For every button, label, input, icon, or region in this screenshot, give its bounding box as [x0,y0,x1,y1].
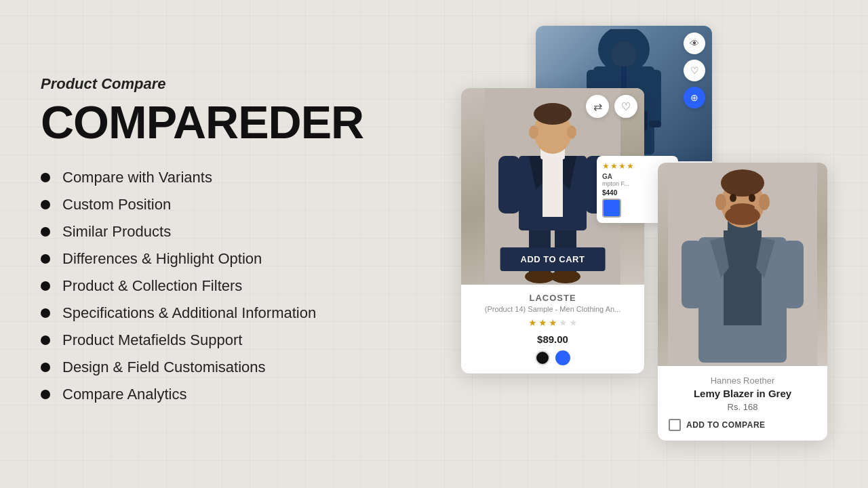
brand-label: LACOSTE [471,293,635,303]
svg-rect-15 [498,156,520,214]
feature-label: Compare Analytics [62,386,186,403]
star-1: ★ [528,317,537,328]
ga-star-2: ★ [610,161,618,171]
add-to-cart-button[interactable]: ADD TO CART [500,247,606,271]
svg-point-22 [534,103,572,125]
svg-point-38 [749,194,755,202]
ga-star-3: ★ [618,161,626,171]
feature-item-similar-products: Similar Products [41,223,393,241]
main-title: COMPAREDER [41,96,393,148]
features-list: Compare with Variants Custom Position Si… [41,169,393,403]
card-lacoste-info: LACOSTE (Product 14) Sample - Men Clothi… [461,285,644,373]
feature-item-product-filters: Product & Collection Filters [41,277,393,295]
svg-rect-5 [649,70,661,124]
card-hannes-info: Hannes Roether Lemy Blazer in Grey Rs. 1… [658,366,827,441]
star-5: ★ [569,317,578,328]
compare-icon-main[interactable]: ⇄ [586,95,609,118]
svg-rect-7 [649,121,661,127]
feature-label: Similar Products [62,223,171,241]
svg-point-34 [721,169,764,197]
svg-rect-29 [724,230,762,325]
ga-color-swatch[interactable] [602,199,621,218]
svg-rect-17 [542,156,563,217]
feature-item-specifications: Specifications & Additional Information [41,304,393,322]
star-3: ★ [549,317,557,328]
svg-point-36 [730,203,755,211]
feature-item-compare-variants: Compare with Variants [41,169,393,186]
feature-item-design: Design & Field Customisations [41,359,393,376]
svg-point-12 [525,270,555,283]
bullet-icon [41,390,50,399]
star-rating: ★ ★ ★ ★ ★ [471,317,635,328]
feature-label: Specifications & Additional Information [62,304,316,322]
svg-rect-28 [782,241,804,308]
eye-icon-button[interactable]: 👁 [684,33,705,54]
bullet-icon [41,336,50,345]
feature-label: Compare with Variants [62,169,212,186]
color-black[interactable] [535,350,550,365]
hannes-person-svg [668,163,817,366]
color-swatches [471,350,635,365]
feature-item-analytics: Compare Analytics [41,386,393,403]
card-hannes: Hannes Roether Lemy Blazer in Grey Rs. 1… [658,163,827,441]
product2-price: Rs. 168 [669,402,816,412]
card-hannes-image [658,163,827,366]
svg-point-37 [730,194,736,202]
heart-icon-button[interactable]: ♡ [684,60,705,81]
star-4: ★ [559,317,568,328]
feature-label: Product Metafields Support [62,331,242,349]
heart-icon-main[interactable]: ♡ [614,95,637,118]
svg-point-1 [612,41,636,68]
svg-point-13 [551,270,580,283]
add-to-compare-label[interactable]: ADD TO COMPARE [686,420,766,430]
right-section: 👁 ♡ ⊕ [434,0,868,488]
subtitle: Product Compare [41,75,393,93]
feature-item-custom-position: Custom Position [41,196,393,214]
bullet-icon [41,254,50,264]
product2-title: Lemy Blazer in Grey [669,388,816,399]
svg-rect-27 [682,241,703,308]
bullet-icon [41,281,50,291]
left-section: Product Compare COMPAREDER Compare with … [0,48,434,440]
bullet-icon [41,200,50,209]
bullet-icon [41,173,50,182]
card-back-icon-group: 👁 ♡ ⊕ [684,33,705,108]
star-2: ★ [538,317,547,328]
bullet-icon [41,308,50,318]
product-name: (Product 14) Sample - Men Clothing An... [471,305,635,313]
bullet-icon [41,227,50,237]
product-price: $89.00 [471,333,635,345]
ga-star-4: ★ [627,161,634,171]
feature-label: Design & Field Customisations [62,359,266,376]
svg-point-39 [715,194,726,210]
svg-point-40 [759,194,770,210]
bullet-icon [41,363,50,372]
card-main-action-group: ⇄ ♡ [586,95,637,118]
card-lacoste: ⇄ ♡ ADD TO CART LACOSTE (Product 14) Sam… [461,88,644,373]
svg-point-24 [567,125,576,139]
compare-checkbox[interactable] [669,419,681,431]
compare-icon-button[interactable]: ⊕ [684,87,705,108]
feature-label: Custom Position [62,196,171,214]
ga-star-1: ★ [602,161,610,171]
feature-label: Product & Collection Filters [62,277,242,295]
add-to-compare-row: ADD TO COMPARE [669,419,816,431]
feature-item-differences-highlight: Differences & Highlight Option [41,250,393,268]
color-blue[interactable] [555,350,570,365]
feature-item-metafields: Product Metafields Support [41,331,393,349]
brand2-label: Hannes Roether [669,375,816,386]
svg-point-23 [529,125,538,139]
feature-label: Differences & Highlight Option [62,250,262,268]
